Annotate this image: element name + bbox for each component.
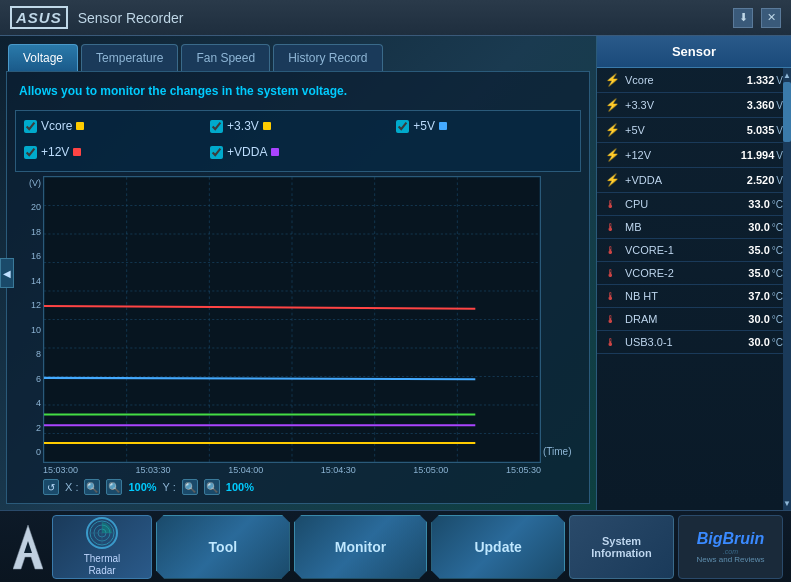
x-label-3: 15:04:00 (228, 465, 263, 475)
vcore-checkbox[interactable] (24, 120, 37, 133)
vdda-checkbox[interactable] (210, 146, 223, 159)
3v3-label: +3.3V (227, 119, 259, 133)
sensor-item-vcore: ⚡ Vcore 1.332 V (597, 68, 791, 93)
checkbox-vcore[interactable]: Vcore (16, 115, 202, 137)
sensor-unit-vcore2: °C (772, 268, 783, 279)
bigbruin-logo: BigBruin (697, 530, 765, 548)
voltage-icon-vcore: ⚡ (605, 73, 619, 87)
temp-icon-usb30: 🌡 (605, 336, 619, 348)
12v-color (73, 148, 81, 156)
12v-label: +12V (41, 145, 69, 159)
sensor-value-vdda: 2.520 (747, 174, 775, 186)
tool-button[interactable]: Tool (156, 515, 290, 579)
reset-zoom-button[interactable]: ↺ (43, 479, 59, 495)
sensor-item-dram: 🌡 DRAM 30.0 °C (597, 308, 791, 331)
checkbox-3v3[interactable]: +3.3V (202, 115, 388, 137)
monitor-button[interactable]: Monitor (294, 515, 428, 579)
sensor-unit-usb30: °C (772, 337, 783, 348)
app-title: Sensor Recorder (78, 10, 733, 26)
sensor-value-5v: 5.035 (747, 124, 775, 136)
zoom-y-out[interactable]: 🔍 (182, 479, 198, 495)
sensor-scrollbar[interactable]: ▲ ▼ (783, 68, 791, 510)
12v-checkbox[interactable] (24, 146, 37, 159)
sensor-unit-12v: V (776, 150, 783, 161)
sensor-name-vdda: +VDDA (625, 174, 747, 186)
sensor-value-cpu: 33.0 (748, 198, 769, 210)
bigbruin-badge[interactable]: BigBruin .com News and Reviews (678, 515, 783, 579)
chart-container: (V) 20 18 16 14 12 10 8 6 4 2 0 (15, 176, 581, 495)
x-time-label: (Time) (543, 446, 572, 457)
checkbox-vdda[interactable]: +VDDA (202, 141, 388, 163)
sensor-unit-mb: °C (772, 222, 783, 233)
tab-voltage[interactable]: Voltage (8, 44, 78, 71)
5v-checkbox[interactable] (396, 120, 409, 133)
system-information-button[interactable]: SystemInformation (569, 515, 674, 579)
sensor-name-12v: +12V (625, 149, 741, 161)
sensor-item-mb: 🌡 MB 30.0 °C (597, 216, 791, 239)
sensor-item-cpu: 🌡 CPU 33.0 °C (597, 193, 791, 216)
y-zoom-label: Y : (163, 481, 176, 493)
svg-line-19 (44, 378, 475, 379)
checkbox-row-2: +12V +VDDA (16, 141, 580, 163)
sensor-value-12v: 11.994 (741, 149, 775, 161)
checkbox-12v[interactable]: +12V (16, 141, 202, 163)
info-text: Allows you to monitor the changes in the… (15, 80, 581, 102)
sensor-header: Sensor (597, 36, 791, 68)
left-arrow-button[interactable]: ◀ (0, 258, 14, 288)
tab-temperature[interactable]: Temperature (81, 44, 178, 71)
left-panel: ◀ Voltage Temperature Fan Speed History … (0, 36, 596, 510)
zoom-x-out[interactable]: 🔍 (84, 479, 100, 495)
zoom-controls: ↺ X : 🔍 🔍 100% Y : 🔍 🔍 100% (15, 475, 581, 495)
x-label-6: 15:05:30 (506, 465, 541, 475)
checkbox-5v[interactable]: +5V (388, 115, 574, 137)
asus-bottom-logo (8, 517, 48, 577)
5v-label: +5V (413, 119, 435, 133)
sensor-name-usb30: USB3.0-1 (625, 336, 748, 348)
sensor-item-12v: ⚡ +12V 11.994 V (597, 143, 791, 168)
zoom-y-in[interactable]: 🔍 (204, 479, 220, 495)
sensor-value-vcore1: 35.0 (748, 244, 769, 256)
x-label-1: 15:03:00 (43, 465, 78, 475)
3v3-checkbox[interactable] (210, 120, 223, 133)
tab-fan-speed[interactable]: Fan Speed (181, 44, 270, 71)
sensor-item-vdda: ⚡ +VDDA 2.520 V (597, 168, 791, 193)
y-label: (V) (15, 178, 41, 188)
tab-history-record[interactable]: History Record (273, 44, 382, 71)
checkbox-row-1: Vcore +3.3V +5V (16, 115, 580, 137)
scroll-up-button[interactable]: ▲ (783, 68, 791, 82)
sensor-name-vcore1: VCORE-1 (625, 244, 748, 256)
sensor-item-3v3: ⚡ +3.3V 3.360 V (597, 93, 791, 118)
scrollbar-thumb[interactable] (783, 82, 791, 142)
download-button[interactable]: ⬇ (733, 8, 753, 28)
close-button[interactable]: ✕ (761, 8, 781, 28)
bigbruin-tagline: .com (723, 548, 738, 555)
thermal-radar-button[interactable]: ThermalRadar (52, 515, 152, 579)
voltage-icon-5v: ⚡ (605, 123, 619, 137)
radar-svg (88, 519, 116, 547)
chart-grid-svg (44, 177, 540, 462)
chart-main[interactable] (43, 176, 541, 463)
sensor-name-mb: MB (625, 221, 748, 233)
x-label-2: 15:03:30 (136, 465, 171, 475)
sensor-value-mb: 30.0 (748, 221, 769, 233)
sensor-list: ⚡ Vcore 1.332 V ⚡ +3.3V 3.360 V ⚡ +5V 5.… (597, 68, 791, 510)
3v3-color (263, 122, 271, 130)
zoom-y-value: 100% (226, 481, 254, 493)
x-label-5: 15:05:00 (413, 465, 448, 475)
zoom-x-in[interactable]: 🔍 (106, 479, 122, 495)
sensor-value-dram: 30.0 (748, 313, 769, 325)
sensor-panel: Sensor ⚡ Vcore 1.332 V ⚡ +3.3V 3.360 V ⚡… (596, 36, 791, 510)
sensor-item-nbht: 🌡 NB HT 37.0 °C (597, 285, 791, 308)
voltage-icon-3v3: ⚡ (605, 98, 619, 112)
main-layout: ◀ Voltage Temperature Fan Speed History … (0, 36, 791, 510)
voltage-icon-vdda: ⚡ (605, 173, 619, 187)
tab-bar: Voltage Temperature Fan Speed History Re… (0, 36, 596, 71)
asus-a-icon (13, 523, 43, 571)
update-button[interactable]: Update (431, 515, 565, 579)
sensor-unit-5v: V (776, 125, 783, 136)
scrollbar-track[interactable] (783, 82, 791, 496)
temp-icon-vcore1: 🌡 (605, 244, 619, 256)
sensor-value-nbht: 37.0 (748, 290, 769, 302)
scroll-down-button[interactable]: ▼ (783, 496, 791, 510)
sensor-value-usb30: 30.0 (748, 336, 769, 348)
